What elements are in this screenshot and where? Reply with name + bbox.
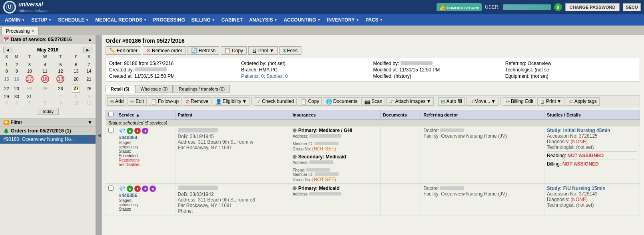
nav-schedule[interactable]: SCHEDULE ▼ xyxy=(55,14,92,26)
cal-day-14[interactable]: 14 xyxy=(84,68,94,74)
auto-fill-button[interactable]: ⊞ Auto fill xyxy=(438,97,465,106)
tab-processing[interactable]: Processing ✕ xyxy=(2,27,39,35)
cal-day-next-11[interactable]: 11 xyxy=(84,100,94,106)
cal-day-6[interactable]: 6 xyxy=(68,61,84,68)
nav-billing[interactable]: BILLING ▼ xyxy=(188,14,218,26)
cal-day-next-2[interactable]: 2 xyxy=(53,93,68,100)
move-button[interactable]: ⇒ Move... ▼ xyxy=(466,97,498,106)
tab-wholesale[interactable]: Wholesale (0) xyxy=(135,85,173,93)
cal-day-13[interactable]: 13 xyxy=(68,68,84,74)
prev-month-button[interactable]: ◄ xyxy=(3,47,12,53)
cal-day-10[interactable]: 10 xyxy=(22,68,37,74)
cal-day-28[interactable]: 28 xyxy=(84,84,94,93)
row-checkbox-input-2[interactable] xyxy=(108,186,114,191)
cal-day-17[interactable]: 17 xyxy=(22,74,37,84)
orders-header[interactable]: 🌲 Orders from 05/27/2016 (1) xyxy=(0,127,96,135)
next-month-button[interactable]: ► xyxy=(83,47,92,53)
nav-analysis[interactable]: ANALYSIS ▼ xyxy=(246,14,281,26)
tab-close-icon[interactable]: ✕ xyxy=(31,29,34,33)
cal-day-next-7[interactable]: 7 xyxy=(22,100,37,106)
cal-day-16[interactable]: 16 xyxy=(12,74,22,84)
cal-day-20[interactable]: 20 xyxy=(68,74,84,84)
refresh-button[interactable]: 🔄 Refresh xyxy=(187,46,219,55)
cal-day-1[interactable]: 1 xyxy=(2,61,12,68)
cal-day-next-9[interactable]: 9 xyxy=(53,100,68,106)
scan-button[interactable]: 📷 Scan xyxy=(361,97,385,106)
cal-day-22[interactable]: 22 xyxy=(2,84,12,93)
documents-button[interactable]: 🌐 Documents xyxy=(323,97,360,106)
billing-edit-button[interactable]: ✏ Billing Edit xyxy=(503,97,536,106)
svc-id-1[interactable]: #440354 xyxy=(119,135,173,140)
cal-day-next-4[interactable]: 4 xyxy=(84,93,94,100)
row-checkbox-2[interactable] xyxy=(106,184,116,215)
fees-button[interactable]: $ Fees xyxy=(279,46,301,55)
cal-day-19[interactable]: 19 xyxy=(53,74,68,84)
print-button[interactable]: 🖨 Print ▼ xyxy=(248,46,278,55)
nav-accounting[interactable]: ACCOUNTING ▼ xyxy=(281,14,324,26)
cal-day-15[interactable]: 15 xyxy=(2,74,12,84)
tab-readings[interactable]: Readings / transfers (0) xyxy=(173,85,230,93)
cal-day-3[interactable]: 3 xyxy=(22,61,37,68)
cal-day-7[interactable]: 7 xyxy=(84,61,94,68)
cal-day-next-10[interactable]: 10 xyxy=(68,100,84,106)
cal-day-25[interactable]: 25 xyxy=(37,84,53,93)
nav-cabinet[interactable]: CABINET xyxy=(218,14,246,26)
cal-day-12[interactable]: 12 xyxy=(53,68,68,74)
remove-order-button[interactable]: ⊘ Remove order xyxy=(143,46,186,55)
follow-up-button[interactable]: 📋 Follow-up xyxy=(148,97,181,106)
nav-admin[interactable]: ADMIN ▼ xyxy=(2,14,28,26)
nav-medical-records[interactable]: MEDICAL RECORDS ▼ xyxy=(92,14,150,26)
cal-day-8[interactable]: 8 xyxy=(2,68,12,74)
cal-day-next-5[interactable]: 5 xyxy=(2,100,12,106)
nav-inventory[interactable]: INVENTORY ▼ xyxy=(324,14,362,26)
today-button[interactable]: Today xyxy=(37,108,59,115)
change-password-button[interactable]: CHANGE PASSWORD xyxy=(565,3,620,11)
patients-studies-link[interactable]: Patients: 0; Studies: 0 xyxy=(241,73,288,79)
row-checkbox-1[interactable] xyxy=(106,126,116,184)
order-item-0[interactable]: #90186: Oceanview Nursing Ho... xyxy=(0,135,96,144)
svc-id-2[interactable]: #440356 xyxy=(119,193,173,198)
cal-day-31[interactable]: 31 xyxy=(22,93,37,100)
cal-day-9[interactable]: 9 xyxy=(12,68,22,74)
tab-retail[interactable]: Retail (5) xyxy=(106,85,134,93)
remove-button[interactable]: ⊘ Remove xyxy=(183,97,211,106)
cal-day-4[interactable]: 4 xyxy=(37,61,53,68)
cal-day-18[interactable]: 18 xyxy=(37,74,53,84)
sidebar-toggle-button[interactable]: ◄ xyxy=(96,35,102,235)
col-service[interactable]: Service ▲ xyxy=(116,110,175,120)
cal-day-27[interactable]: 27 xyxy=(68,84,84,93)
edit-order-button[interactable]: ✏️ Edit order xyxy=(106,46,141,55)
cal-day-30[interactable]: 30 xyxy=(12,93,22,100)
cal-day-11[interactable]: 11 xyxy=(37,68,53,74)
cal-day-5[interactable]: 5 xyxy=(53,61,68,68)
cal-day-next-8[interactable]: 8 xyxy=(37,100,53,106)
check-bundled-button[interactable]: ✓ Check bundled xyxy=(254,97,297,106)
nav-setup[interactable]: SETUP ▼ xyxy=(28,14,55,26)
filter-header[interactable]: 🔽 Filter ▼ xyxy=(0,118,96,126)
select-all-checkbox[interactable] xyxy=(108,112,114,117)
cal-day-23[interactable]: 23 xyxy=(12,84,22,93)
cal-day-21[interactable]: 21 xyxy=(84,74,94,84)
print-service-button[interactable]: 🖨 Print ▼ xyxy=(537,97,564,106)
row-checkbox-input-1[interactable] xyxy=(108,128,114,133)
copy-service-button[interactable]: 📋 Copy xyxy=(298,97,322,106)
add-button[interactable]: ⊕ Add xyxy=(107,97,126,106)
nav-processing[interactable]: PROCESSING xyxy=(150,14,188,26)
cal-day-next-1[interactable]: 1 xyxy=(37,93,53,100)
nav-pacs[interactable]: PACS ▼ xyxy=(362,14,386,26)
cal-day-next-3[interactable]: 3 xyxy=(68,93,84,100)
collapse-icon[interactable]: ▲ xyxy=(88,37,92,42)
cal-day-2[interactable]: 2 xyxy=(12,61,22,68)
cal-day-26[interactable]: 26 xyxy=(53,84,68,93)
apply-tags-button[interactable]: 🏷 Apply tags xyxy=(566,97,600,106)
filter-collapse-icon[interactable]: ▼ xyxy=(88,120,92,125)
cal-day-29[interactable]: 29 xyxy=(2,93,12,100)
svc-icon-green: ♣ xyxy=(127,128,133,134)
security-button[interactable]: SECU xyxy=(623,3,641,11)
attach-images-button[interactable]: 🖇 Attach images ▼ xyxy=(386,97,434,106)
copy-button[interactable]: 📋 Copy xyxy=(221,46,247,55)
cal-day-24[interactable]: 24 xyxy=(22,84,37,93)
cal-day-next-6[interactable]: 6 xyxy=(12,100,22,106)
edit-button[interactable]: ✏ Edit xyxy=(128,97,147,106)
eligibility-button[interactable]: 👤 Eligibility ▼ xyxy=(213,97,250,106)
